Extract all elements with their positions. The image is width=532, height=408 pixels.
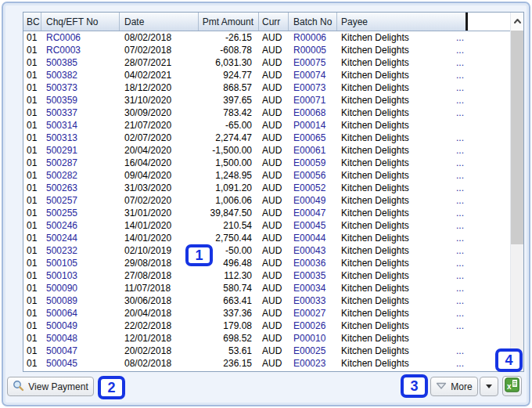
- column-header-bc[interactable]: BC: [23, 13, 41, 31]
- cell-batch[interactable]: E00073: [289, 81, 337, 94]
- table-row[interactable]: 01RC000307/02/2018-608.78AUDR00005Kitche…: [23, 44, 510, 56]
- table-row[interactable]: 0150024614/01/2020210.54AUDE00045Kitchen…: [23, 219, 510, 232]
- cell-batch[interactable]: E00075: [289, 56, 337, 69]
- cell-chq[interactable]: 500244: [41, 232, 120, 244]
- cell-more[interactable]: ...: [453, 282, 468, 294]
- table-row[interactable]: 0150031302/07/20202,274.47AUDE00065Kitch…: [23, 132, 510, 144]
- cell-chq[interactable]: 500257: [41, 194, 120, 207]
- cell-chq[interactable]: 500291: [41, 144, 120, 157]
- cell-batch[interactable]: E00052: [289, 182, 337, 194]
- table-row[interactable]: 0150004922/02/2018179.08AUDE00026Kitchen…: [23, 320, 510, 332]
- cell-more[interactable]: ...: [453, 31, 468, 44]
- column-header-payee[interactable]: Payee: [337, 13, 468, 31]
- column-header-chq[interactable]: Chq/EFT No: [41, 13, 120, 31]
- cell-chq[interactable]: 500314: [41, 119, 120, 132]
- cell-chq[interactable]: 500373: [41, 81, 120, 94]
- cell-batch[interactable]: E00025: [289, 345, 337, 357]
- cell-more[interactable]: ...: [453, 44, 468, 56]
- table-row[interactable]: 0150010529/08/2018496.48AUDE00036Kitchen…: [23, 257, 510, 269]
- cell-chq[interactable]: 500282: [41, 169, 120, 182]
- scroll-up-button[interactable]: [511, 13, 523, 31]
- table-row[interactable]: 0150006420/04/2018337.36AUDE00027Kitchen…: [23, 307, 510, 320]
- export-to-excel-button[interactable]: x: [502, 376, 522, 396]
- cell-more[interactable]: ...: [453, 182, 468, 194]
- table-row[interactable]: 0150031421/07/2020-65.00AUDP00014Kitchen…: [23, 119, 510, 132]
- cell-more[interactable]: ...: [453, 194, 468, 207]
- table-row[interactable]: 0150035931/10/2020397.65AUDE00071Kitchen…: [23, 94, 510, 107]
- cell-chq[interactable]: 500049: [41, 320, 120, 332]
- table-row[interactable]: 0150025531/01/202039,847.50AUDE00047Kitc…: [23, 207, 510, 219]
- cell-chq[interactable]: RC0006: [41, 31, 120, 44]
- table-row[interactable]: 0150008930/06/2018663.41AUDE00033Kitchen…: [23, 294, 510, 307]
- cell-chq[interactable]: 500337: [41, 107, 120, 119]
- table-row[interactable]: 0150009011/07/2018580.74AUDE00034Kitchen…: [23, 282, 510, 294]
- vertical-scrollbar[interactable]: [510, 13, 523, 371]
- cell-chq[interactable]: 500313: [41, 132, 120, 144]
- cell-chq[interactable]: 500103: [41, 269, 120, 282]
- cell-more[interactable]: ...: [453, 219, 468, 232]
- column-header-amount[interactable]: Pmt Amount: [199, 13, 259, 31]
- cell-batch[interactable]: E00068: [289, 107, 337, 119]
- cell-batch[interactable]: E00023: [289, 357, 337, 370]
- cell-more[interactable]: ...: [453, 294, 468, 307]
- table-row[interactable]: 01RC000608/02/2018-26.15AUDR00006Kitchen…: [23, 31, 510, 44]
- cell-batch[interactable]: E00074: [289, 69, 337, 81]
- cell-chq[interactable]: 500385: [41, 56, 120, 69]
- cell-batch[interactable]: E00043: [289, 244, 337, 257]
- cell-chq[interactable]: 500089: [41, 294, 120, 307]
- column-header-curr[interactable]: Curr: [259, 13, 289, 31]
- table-row[interactable]: 0150024414/01/20202,750.44AUDE00044Kitch…: [23, 232, 510, 244]
- cell-more[interactable]: ...: [453, 232, 468, 244]
- table-row[interactable]: 0150038528/07/20216,031.30AUDE00075Kitch…: [23, 56, 510, 69]
- cell-chq[interactable]: 500287: [41, 157, 120, 169]
- table-row[interactable]: 0150004508/02/2018236.15AUDE00023Kitchen…: [23, 357, 510, 370]
- cell-batch[interactable]: E00059: [289, 157, 337, 169]
- cell-batch[interactable]: E00044: [289, 232, 337, 244]
- cell-batch[interactable]: E00033: [289, 294, 337, 307]
- cell-batch[interactable]: E00049: [289, 194, 337, 207]
- cell-batch[interactable]: E00071: [289, 94, 337, 107]
- cell-chq[interactable]: 500090: [41, 282, 120, 294]
- cell-batch[interactable]: R00006: [289, 31, 337, 44]
- cell-more[interactable]: ...: [453, 320, 468, 332]
- cell-more[interactable]: ...: [453, 132, 468, 144]
- column-header-date[interactable]: Date: [120, 13, 199, 31]
- table-row[interactable]: 0150037318/12/2020868.57AUDE00073Kitchen…: [23, 81, 510, 94]
- cell-batch[interactable]: P00010: [289, 332, 337, 345]
- cell-chq[interactable]: 500045: [41, 357, 120, 370]
- cell-chq[interactable]: 500382: [41, 69, 120, 81]
- cell-chq[interactable]: 500047: [41, 345, 120, 357]
- cell-more[interactable]: ...: [453, 81, 468, 94]
- cell-batch[interactable]: P00014: [289, 119, 337, 132]
- cell-chq[interactable]: 500359: [41, 94, 120, 107]
- scrollbar-thumb[interactable]: [511, 31, 523, 244]
- table-row[interactable]: 0150004812/01/2018698.52AUDP00010Kitchen…: [23, 332, 510, 345]
- cell-more[interactable]: ...: [453, 269, 468, 282]
- cell-more[interactable]: ...: [453, 357, 468, 370]
- cell-more[interactable]: ...: [453, 244, 468, 257]
- cell-chq[interactable]: 500048: [41, 332, 120, 345]
- cell-chq[interactable]: 500232: [41, 244, 120, 257]
- cell-more[interactable]: ...: [453, 144, 468, 157]
- cell-chq[interactable]: RC0003: [41, 44, 120, 56]
- more-button[interactable]: More: [430, 377, 478, 396]
- table-row[interactable]: 0150010327/08/2018112.30AUDE00035Kitchen…: [23, 269, 510, 282]
- table-row[interactable]: 0150023202/10/2019-50.00AUDE00043Kitchen…: [23, 244, 510, 257]
- cell-more[interactable]: ...: [453, 69, 468, 81]
- cell-batch[interactable]: E00045: [289, 219, 337, 232]
- cell-more[interactable]: ...: [453, 307, 468, 320]
- table-row[interactable]: 0150025707/02/20201,006.06AUDE00049Kitch…: [23, 194, 510, 207]
- table-row[interactable]: 0150004720/02/201853.61AUDE00025Kitchen …: [23, 345, 510, 357]
- cell-batch[interactable]: E00056: [289, 169, 337, 182]
- cell-more[interactable]: ...: [453, 207, 468, 219]
- cell-chq[interactable]: 500246: [41, 219, 120, 232]
- cell-chq[interactable]: 500255: [41, 207, 120, 219]
- cell-more[interactable]: ...: [453, 257, 468, 269]
- cell-more[interactable]: ...: [453, 157, 468, 169]
- cell-batch[interactable]: E00034: [289, 282, 337, 294]
- cell-batch[interactable]: E00061: [289, 144, 337, 157]
- view-payment-button[interactable]: View Payment: [7, 377, 94, 396]
- cell-batch[interactable]: E00035: [289, 269, 337, 282]
- cell-batch[interactable]: E00036: [289, 257, 337, 269]
- cell-more[interactable]: ...: [453, 345, 468, 357]
